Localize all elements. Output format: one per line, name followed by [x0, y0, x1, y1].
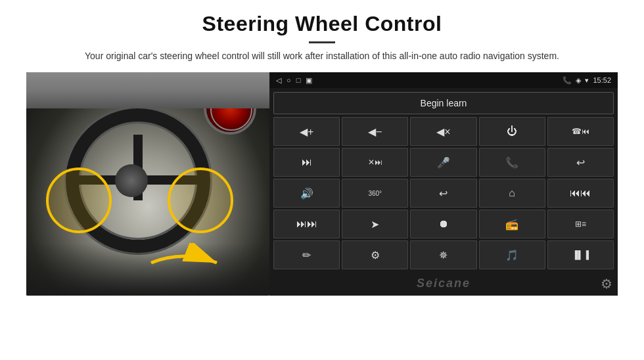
- yellow-circle-right: [168, 168, 233, 233]
- icon-call[interactable]: 📞: [479, 148, 545, 177]
- settings-gear-icon[interactable]: ⚙: [601, 276, 612, 292]
- icon-settings-small[interactable]: ⚙: [342, 240, 408, 269]
- icon-power[interactable]: ⏻: [479, 117, 545, 146]
- page-subtitle: Your original car's steering wheel contr…: [66, 49, 578, 63]
- icon-grid: ◀+ ◀− ◀× ⏻ ☎⏮ ⏭ ✕⏭ 🎤 📞 ↩ 🔊 360°: [273, 117, 614, 269]
- watermark: Seicane: [378, 277, 509, 290]
- icon-back[interactable]: ↩: [410, 179, 476, 208]
- page-container: Steering Wheel Control Your original car…: [0, 0, 644, 360]
- icon-skip[interactable]: ✕⏭: [342, 148, 408, 177]
- recent-nav-icon[interactable]: □: [296, 76, 301, 84]
- icon-mic[interactable]: 🎤: [410, 148, 476, 177]
- icon-next-track[interactable]: ⏭: [273, 148, 340, 177]
- icon-vol-down[interactable]: ◀−: [342, 117, 408, 146]
- icon-spectrum[interactable]: ▐▌▐: [547, 240, 614, 269]
- top-bg: [26, 72, 269, 108]
- icon-nav[interactable]: ➤: [342, 210, 408, 238]
- page-title: Steering Wheel Control: [26, 12, 618, 36]
- status-bar: ◁ ○ □ ▣ 📞 ◈ ▾ 15:52: [269, 72, 618, 88]
- icon-mute[interactable]: ◀×: [410, 117, 476, 146]
- icon-vol-up[interactable]: ◀+: [273, 117, 340, 146]
- android-content: Begin learn ◀+ ◀− ◀× ⏻ ☎⏮ ⏭ ✕⏭ 🎤 📞 ↩: [269, 88, 618, 273]
- icon-bluetooth[interactable]: ✵: [410, 240, 476, 269]
- icon-speaker[interactable]: 🔊: [273, 179, 340, 208]
- android-screen: ◁ ○ □ ▣ 📞 ◈ ▾ 15:52 Begin learn: [269, 72, 618, 273]
- icon-360[interactable]: 360°: [342, 179, 408, 208]
- android-screen-wrapper: ◁ ○ □ ▣ 📞 ◈ ▾ 15:52 Begin learn: [269, 72, 618, 296]
- title-divider: [309, 41, 335, 43]
- icon-music[interactable]: 🎵: [479, 240, 545, 269]
- icon-pen[interactable]: ✏: [273, 240, 340, 269]
- yellow-arrow: [145, 243, 223, 282]
- icon-fast-forward[interactable]: ⏭⏭: [273, 210, 340, 238]
- icon-rewind[interactable]: ⏮⏮: [547, 179, 614, 208]
- clock: 15:52: [593, 76, 611, 84]
- title-section: Steering Wheel Control Your original car…: [26, 12, 618, 72]
- phone-status-icon: 📞: [563, 76, 572, 85]
- car-image-section: [26, 72, 269, 296]
- icon-eq[interactable]: ⊞≡: [547, 210, 614, 238]
- icon-hangup[interactable]: ↩: [547, 148, 614, 177]
- location-status-icon: ◈: [576, 76, 581, 85]
- home-nav-icon[interactable]: ○: [287, 76, 291, 84]
- icon-home[interactable]: ⌂: [479, 179, 545, 208]
- status-bar-left: ◁ ○ □ ▣: [276, 76, 312, 85]
- status-bar-right: 📞 ◈ ▾ 15:52: [563, 76, 611, 85]
- back-nav-icon[interactable]: ◁: [276, 76, 281, 85]
- content-row: ◁ ○ □ ▣ 📞 ◈ ▾ 15:52 Begin learn: [26, 72, 618, 296]
- wifi-status-icon: ▾: [585, 76, 589, 85]
- yellow-circle-left: [46, 168, 112, 233]
- begin-learn-button[interactable]: Begin learn: [273, 92, 614, 114]
- signal-icon: ▣: [306, 76, 312, 85]
- icon-media[interactable]: ⏺: [410, 210, 476, 238]
- icon-radio[interactable]: 📻: [479, 210, 545, 238]
- icon-phone-prev[interactable]: ☎⏮: [547, 117, 614, 146]
